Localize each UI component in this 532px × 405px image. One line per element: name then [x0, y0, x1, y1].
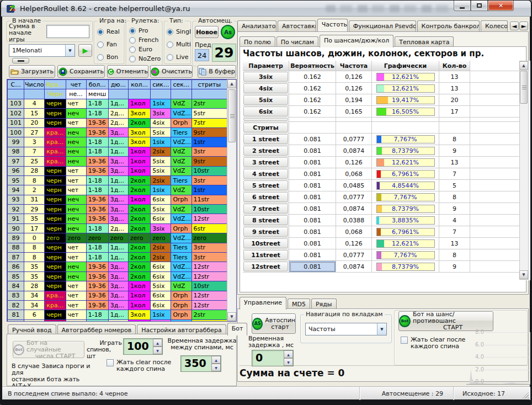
spin-index-cell[interactable]: 100: [8, 127, 24, 137]
spin-data-cell[interactable]: кра...: [45, 147, 66, 156]
spin-data-cell[interactable]: черн: [45, 99, 66, 108]
resize-grip[interactable]: [522, 392, 529, 398]
spin-data-cell[interactable]: 10str: [191, 166, 227, 175]
spin-index-cell[interactable]: 88: [8, 243, 24, 252]
spin-data-cell[interactable]: 1кол: [129, 166, 151, 175]
spin-data-cell[interactable]: 12str: [191, 262, 227, 271]
spin-data-cell[interactable]: 1д...: [108, 99, 128, 108]
spin-number-cell[interactable]: 8: [24, 175, 45, 185]
spin-number-cell[interactable]: 35: [24, 262, 45, 271]
spin-data-cell[interactable]: 2д...: [108, 319, 128, 322]
spin-data-cell[interactable]: zero: [151, 233, 171, 243]
freq-freq-cell[interactable]: 0,0485: [336, 180, 372, 191]
spin-data-cell[interactable]: неч: [66, 214, 86, 223]
spin-data-cell[interactable]: 3д...: [108, 281, 128, 291]
spin-data-cell[interactable]: черн: [45, 195, 66, 204]
spin-number-cell[interactable]: 16: [24, 319, 45, 322]
radio-live[interactable]: Live: [167, 54, 191, 61]
spin-data-cell[interactable]: 1д...: [108, 137, 128, 147]
scrollbar-thumb[interactable]: [520, 71, 528, 104]
undo-button[interactable]: Отменить: [107, 65, 148, 78]
spin-data-cell[interactable]: 3д...: [108, 262, 128, 271]
spin-data-cell[interactable]: 1кол: [129, 319, 151, 322]
spin-data-cell[interactable]: неч: [66, 205, 86, 214]
clear-after-spin-checkbox[interactable]: Жать clear послекаждого спина: [107, 359, 171, 372]
spin-data-cell[interactable]: кра...: [45, 137, 66, 147]
freq-prob-cell[interactable]: 0.081: [289, 157, 336, 168]
chevron-down-icon[interactable]: ▼: [377, 323, 386, 335]
spin-data-cell[interactable]: 3str: [191, 175, 227, 185]
spin-data-cell[interactable]: 2str: [191, 99, 227, 108]
minimize-button[interactable]: [454, 1, 471, 11]
spin-table-scrollbar[interactable]: ▲ ▼: [227, 79, 236, 321]
freq-count-cell[interactable]: 13: [439, 83, 470, 94]
spin-data-cell[interactable]: черн: [45, 281, 66, 291]
freq-bar-cell[interactable]: 12,621%: [372, 238, 439, 249]
spin-data-cell[interactable]: 2str: [191, 310, 227, 319]
tab-колесо[interactable]: Колесо: [481, 20, 508, 31]
spin-data-cell[interactable]: 2кол: [129, 223, 151, 233]
bot-tab-бот[interactable]: Бот: [227, 323, 248, 335]
spin-data-cell[interactable]: чет: [66, 310, 86, 319]
spin-data-cell[interactable]: чет: [66, 243, 86, 252]
spin-number-cell[interactable]: 25: [24, 157, 45, 166]
ctl-tab-ряды[interactable]: Ряды: [311, 299, 337, 310]
spin-data-cell[interactable]: VdZ: [171, 205, 191, 214]
spin-data-cell[interactable]: VdZ...: [171, 137, 191, 147]
freq-count-cell[interactable]: 8: [439, 191, 470, 203]
spin-data-cell[interactable]: 19-36: [86, 127, 108, 137]
spin-data-cell[interactable]: zero: [45, 233, 66, 243]
spin-number-cell[interactable]: 4: [24, 99, 45, 108]
tab-частоты[interactable]: Частоты: [317, 19, 348, 31]
freq-param-cell[interactable]: 3six: [243, 71, 289, 83]
spin-delay-stepper[interactable]: 350 ▲▼: [180, 355, 221, 372]
spin-data-cell[interactable]: черн: [45, 262, 66, 271]
spin-data-cell[interactable]: 3six: [151, 223, 171, 233]
spin-data-cell[interactable]: 2кол: [129, 214, 151, 223]
spin-data-cell[interactable]: 5six: [151, 205, 171, 214]
freq-prob-cell[interactable]: 0.081: [289, 203, 336, 215]
freq-freq-cell[interactable]: 0,068: [336, 226, 372, 238]
spin-index-cell[interactable]: 98: [8, 147, 24, 156]
spin-number-cell[interactable]: 8: [24, 243, 45, 252]
spin-data-cell[interactable]: черн: [45, 271, 66, 281]
chevron-down-icon[interactable]: ▼: [65, 45, 75, 56]
spin-number-cell[interactable]: 15: [24, 109, 45, 118]
spin-index-cell[interactable]: 85: [8, 271, 24, 281]
spin-data-cell[interactable]: zero: [191, 233, 227, 243]
spin-data-cell[interactable]: 5str: [191, 109, 227, 118]
stepper-down-icon[interactable]: ▼: [153, 347, 162, 354]
spin-data-cell[interactable]: кра...: [45, 127, 66, 137]
freq-bar-cell[interactable]: 3,8835%: [372, 215, 439, 226]
spin-data-cell[interactable]: 10str: [191, 281, 227, 291]
spin-index-cell[interactable]: 102: [8, 109, 24, 118]
spin-data-cell[interactable]: 12str: [191, 214, 227, 223]
spin-number-cell[interactable]: 28: [24, 281, 45, 291]
profile-combobox[interactable]: 1Melonati ▼: [9, 44, 75, 57]
stepper-up-icon[interactable]: ▲: [211, 356, 221, 364]
as-icon[interactable]: As: [221, 25, 235, 39]
new-button[interactable]: Новое: [195, 26, 219, 38]
spin-index-cell[interactable]: 80: [8, 319, 24, 322]
spin-data-cell[interactable]: VdZ: [171, 166, 191, 175]
spin-data-cell[interactable]: кра...: [45, 300, 66, 310]
freq-prob-cell[interactable]: 0.081: [289, 226, 336, 238]
spin-data-cell[interactable]: 6six: [151, 300, 171, 310]
spin-data-cell[interactable]: 19-36: [86, 166, 108, 175]
sum-input[interactable]: [46, 25, 89, 38]
spin-data-cell[interactable]: 2six: [151, 243, 171, 252]
spin-data-cell[interactable]: 19-36: [86, 291, 108, 300]
spin-data-cell[interactable]: кра...: [45, 291, 66, 300]
spin-index-cell[interactable]: 97: [8, 157, 24, 166]
scroll-up-icon[interactable]: ▲: [227, 79, 236, 88]
spin-data-cell[interactable]: 2six: [151, 147, 171, 156]
spin-index-cell[interactable]: 93: [8, 195, 24, 204]
spin-data-cell[interactable]: Orph: [171, 223, 191, 233]
spin-number-cell[interactable]: 34: [24, 291, 45, 300]
freq-param-cell[interactable]: 6 street: [243, 191, 289, 203]
spins-count-stepper[interactable]: 100 ▲▼: [123, 338, 163, 355]
copy-buffer-button[interactable]: В буфер: [198, 65, 236, 78]
spin-data-cell[interactable]: 1-18: [86, 310, 108, 319]
tab-scroll-right-icon[interactable]: ►: [519, 22, 528, 30]
freq-freq-cell[interactable]: 0,0388: [336, 215, 372, 226]
